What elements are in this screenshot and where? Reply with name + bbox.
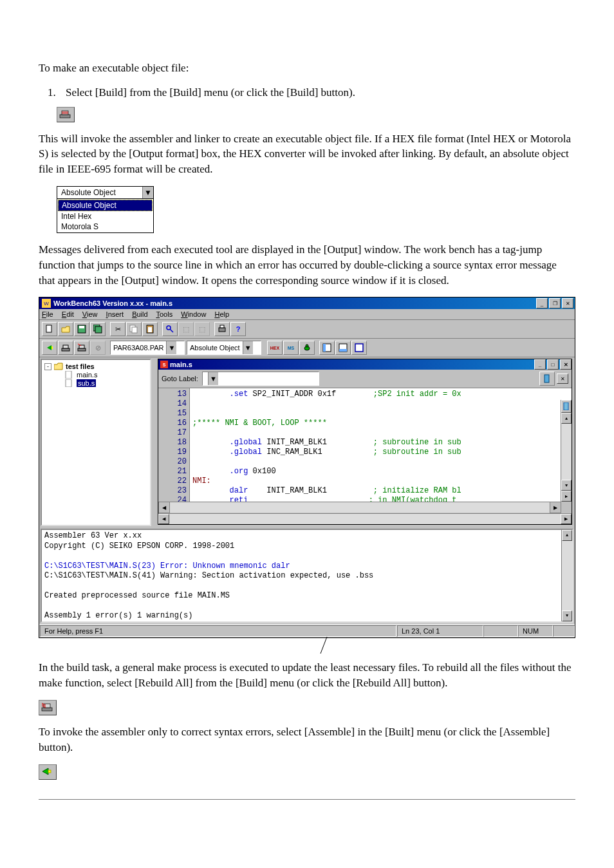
child-close[interactable]: ✕ xyxy=(560,359,572,370)
menu-view[interactable]: View xyxy=(82,310,98,318)
svg-marker-41 xyxy=(42,768,48,775)
folder-icon xyxy=(54,363,63,370)
svg-rect-42 xyxy=(48,770,51,773)
hex-icon[interactable]: HEX xyxy=(267,341,283,355)
saveall-icon[interactable] xyxy=(90,322,106,336)
maximize-button[interactable]: ❐ xyxy=(549,298,561,308)
paste-icon[interactable] xyxy=(142,322,158,336)
svg-rect-16 xyxy=(220,325,224,328)
output-pane[interactable]: Assembler 63 Ver x.xxCopyright (C) SEIKO… xyxy=(41,529,573,623)
file-tree: - test files main.s sub.s xyxy=(41,359,151,526)
new-icon[interactable] xyxy=(42,322,57,336)
goto-select[interactable]: ▼ xyxy=(202,372,319,386)
step-1: 1.Select [Build] from the [Build] menu (… xyxy=(48,85,575,100)
tree-item[interactable]: sub.s xyxy=(65,379,147,387)
svg-rect-31 xyxy=(66,371,71,379)
pane3-icon[interactable] xyxy=(351,341,367,355)
small-close[interactable]: ✕ xyxy=(557,373,568,384)
step-text: Select [Build] from the [Build] menu (or… xyxy=(66,86,355,99)
side-scroll-outer: ▲ ▼ ▶ xyxy=(561,400,572,502)
stop-icon[interactable]: ⊘ xyxy=(90,341,106,355)
assemble-icon[interactable] xyxy=(42,341,57,355)
menu-insert[interactable]: Insert xyxy=(106,310,124,318)
menu-tools[interactable]: Tools xyxy=(156,310,172,318)
find-prev-icon[interactable]: ⬚ xyxy=(178,322,194,336)
dropdown-item: Intel Hex xyxy=(58,211,153,222)
gutter: 131415161718192021222324 xyxy=(158,388,190,502)
find-next-icon[interactable]: ⬚ xyxy=(194,322,210,336)
code-area[interactable]: .set SP2_INIT_ADDR 0x1f ;SP2 init addr =… xyxy=(190,388,572,502)
menu-help[interactable]: Help xyxy=(214,310,229,318)
print-icon[interactable] xyxy=(214,322,230,336)
svg-rect-10 xyxy=(132,327,137,333)
toolbar-2: ⊘ PAR63A08.PAR▼ Absolute Object▼ HEX MS xyxy=(39,339,575,357)
svg-rect-0 xyxy=(60,115,70,118)
editor-child-window: S main.s _ □ ✕ Goto Label: ▼ ✕ 131 xyxy=(158,359,572,525)
svg-rect-1 xyxy=(62,111,68,115)
dropdown-item: Absolute Object xyxy=(58,200,153,211)
bug-icon[interactable] xyxy=(299,341,315,355)
dropdown-value: Absolute Object xyxy=(57,187,142,198)
svg-rect-22 xyxy=(79,345,84,348)
pane1-icon[interactable] xyxy=(319,341,335,355)
scroll-right-inner[interactable]: ▶ xyxy=(550,502,561,513)
menu-edit[interactable]: Edit xyxy=(62,310,74,318)
menu-file[interactable]: File xyxy=(42,310,53,318)
svg-rect-32 xyxy=(66,379,71,387)
file-icon xyxy=(65,371,74,379)
invoke-para: This will invoke the assembler and linke… xyxy=(39,131,575,177)
tree-root[interactable]: - test files xyxy=(44,363,147,370)
bm-icon[interactable] xyxy=(561,400,572,413)
intro-text: To make an executable object file: xyxy=(39,61,575,76)
status-help: For Help, press F1 xyxy=(40,625,396,637)
svg-rect-20 xyxy=(63,345,68,348)
open-icon[interactable] xyxy=(58,322,73,336)
par-select[interactable]: PAR63A08.PAR▼ xyxy=(110,341,185,355)
workbench-window: W WorkBench63 Version x.xx - main.s _ ❐ … xyxy=(39,297,575,638)
scroll-left-inner[interactable]: ◀ xyxy=(158,502,170,513)
output-select[interactable]: Absolute Object▼ xyxy=(187,341,261,355)
svg-rect-8 xyxy=(95,326,102,333)
menu-window[interactable]: Window xyxy=(181,310,206,318)
assemble-para: To invoke the assembler only to correct … xyxy=(39,724,575,755)
status-bar: For Help, press F1 Ln 23, Col 1 NUM xyxy=(39,624,575,637)
svg-rect-34 xyxy=(564,402,568,410)
minimize-button[interactable]: _ xyxy=(536,298,548,308)
build-toolbar-icon[interactable] xyxy=(58,341,73,355)
rebuild-toolbar-icon[interactable] xyxy=(74,341,89,355)
copy-icon[interactable] xyxy=(126,322,142,336)
pane2-icon[interactable] xyxy=(335,341,351,355)
svg-rect-18 xyxy=(51,346,53,349)
tree-item[interactable]: main.s xyxy=(65,371,147,379)
svg-rect-33 xyxy=(544,375,549,382)
status-num: NUM xyxy=(518,625,553,637)
ms-icon[interactable]: MS xyxy=(283,341,299,355)
bookmark-icon[interactable] xyxy=(539,372,555,386)
svg-marker-17 xyxy=(47,345,51,350)
find-icon[interactable] xyxy=(162,322,178,336)
child-title: main.s xyxy=(170,361,533,368)
svg-rect-36 xyxy=(42,708,52,711)
app-icon: W xyxy=(42,299,51,308)
out-scroll-up[interactable]: ▲ xyxy=(562,530,572,541)
scroll-right[interactable]: ▶ xyxy=(561,514,572,524)
rebuild-all-icon xyxy=(39,700,57,715)
svg-rect-4 xyxy=(46,325,51,332)
menu-build[interactable]: Build xyxy=(132,310,147,318)
scroll-down[interactable]: ▼ xyxy=(561,480,572,491)
child-min[interactable]: _ xyxy=(534,359,546,370)
split-drag[interactable]: ▶ xyxy=(561,491,572,502)
help-icon[interactable]: ? xyxy=(230,322,246,336)
scroll-left[interactable]: ◀ xyxy=(158,514,169,524)
child-max[interactable]: □ xyxy=(547,359,559,370)
cut-icon[interactable]: ✂ xyxy=(110,322,126,336)
close-button[interactable]: ✕ xyxy=(562,298,573,308)
save-icon[interactable] xyxy=(74,322,89,336)
output-format-dropdown: Absolute Object ▼ Absolute Object Intel … xyxy=(57,186,154,233)
scroll-up[interactable]: ▲ xyxy=(561,413,572,424)
svg-rect-21 xyxy=(78,348,86,351)
out-scroll-down[interactable]: ▼ xyxy=(562,610,572,621)
svg-point-25 xyxy=(306,344,308,347)
chevron-down-icon: ▼ xyxy=(142,187,153,198)
toolbar-1: ✂ ⬚ ⬚ ? xyxy=(39,320,575,339)
